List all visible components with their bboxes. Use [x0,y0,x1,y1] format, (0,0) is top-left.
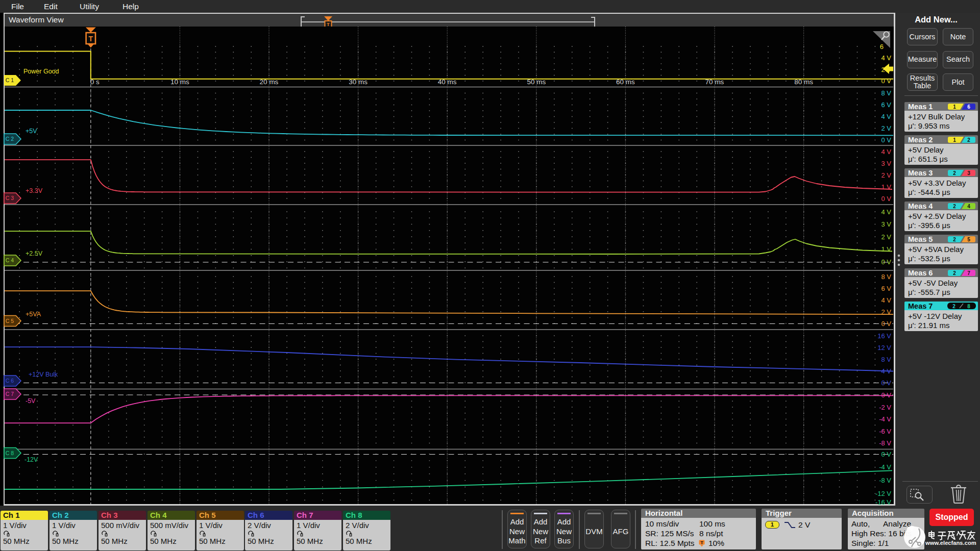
svg-text:T: T [700,540,703,545]
svg-text:5: 5 [967,237,970,242]
svg-text:C 5: C 5 [6,318,14,324]
svg-text:0 V: 0 V [881,379,891,387]
svg-text:2: 2 [953,237,956,242]
svg-text:C 7: C 7 [6,391,14,397]
svg-text:www.elecfans.com: www.elecfans.com [925,540,976,546]
svg-text:2 V: 2 V [881,124,891,132]
svg-text:2 V: 2 V [881,233,891,241]
svg-text:6 V: 6 V [881,285,891,292]
svg-text:Power Good: Power Good [23,68,59,75]
svg-text:-8 V: -8 V [879,477,891,484]
svg-text:-2 V: -2 V [879,404,891,411]
svg-text:-8 V: -8 V [879,439,891,447]
svg-text:2: 2 [953,270,956,276]
svg-text:-16 V: -16 V [875,498,891,506]
svg-text:-5V: -5V [26,397,36,405]
svg-text:1: 1 [953,137,956,143]
svg-text:6 V: 6 V [881,101,891,109]
svg-text:+5VA: +5VA [26,311,41,318]
svg-text:-12V: -12V [24,456,38,463]
svg-text:8 V: 8 V [881,273,891,281]
svg-text:C 2: C 2 [6,136,14,142]
svg-text:0 V: 0 V [881,258,891,266]
svg-text:1: 1 [953,104,956,110]
svg-text:6: 6 [967,104,970,110]
svg-text:16 V: 16 V [877,332,891,340]
svg-text:8: 8 [967,304,970,309]
svg-text:0 V: 0 V [881,136,891,144]
svg-text:1 V: 1 V [881,245,891,253]
svg-text:0 V: 0 V [881,450,891,458]
svg-text:8 V: 8 V [881,89,891,97]
svg-text:2: 2 [953,170,956,176]
svg-text:4 V: 4 V [881,148,891,156]
svg-text:-6 V: -6 V [879,428,891,435]
svg-text:3 V: 3 V [881,160,891,167]
svg-text:3 V: 3 V [881,220,891,228]
svg-text:+2.5V: +2.5V [26,250,43,257]
svg-text:T: T [89,35,93,43]
svg-text:2 V: 2 V [881,171,891,179]
svg-text:-4 V: -4 V [879,415,891,423]
svg-text:-12 V: -12 V [875,490,891,497]
svg-text:-4 V: -4 V [879,463,891,471]
svg-text:4 V: 4 V [881,113,891,120]
svg-text:+12V Bulk: +12V Bulk [29,371,58,378]
svg-text:4: 4 [967,204,970,209]
svg-text:12 V: 12 V [877,344,891,352]
svg-text:+3.3V: +3.3V [26,187,43,194]
svg-text:4 V: 4 V [881,54,891,62]
svg-text:4 V: 4 V [881,208,891,216]
svg-text:7: 7 [967,270,970,276]
svg-text:0 V: 0 V [881,77,891,85]
svg-text:2: 2 [952,304,955,309]
svg-text:C 4: C 4 [6,257,14,263]
svg-text:6: 6 [880,43,884,51]
svg-text:0 V: 0 V [881,320,891,328]
svg-text:C 3: C 3 [6,195,14,201]
svg-text:8 V: 8 V [881,356,891,363]
svg-text:2: 2 [967,137,970,143]
svg-text:C 1: C 1 [6,77,14,83]
svg-text:0 V: 0 V [881,195,891,203]
svg-text:3: 3 [967,170,970,176]
svg-text:C 6: C 6 [6,378,14,384]
svg-text:C 8: C 8 [6,450,14,456]
svg-text:4 V: 4 V [881,296,891,304]
svg-text:2: 2 [953,204,956,209]
svg-text:+5V: +5V [26,128,37,135]
